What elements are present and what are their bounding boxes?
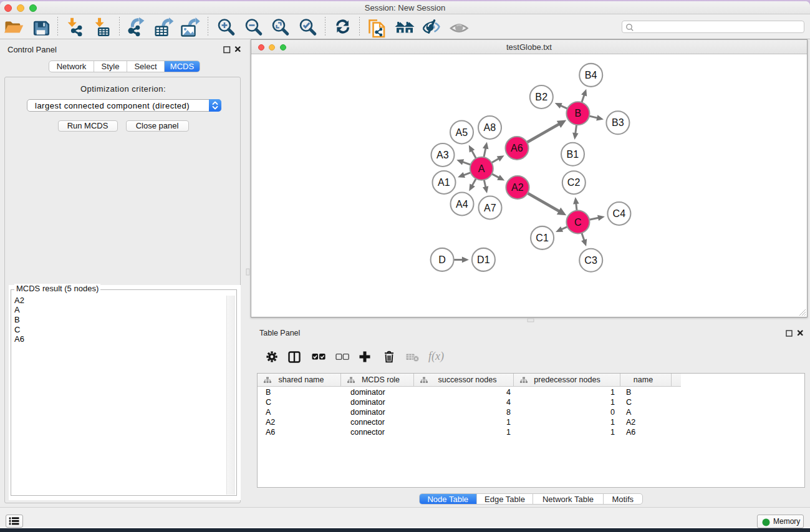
svg-text:A3: A3	[436, 150, 449, 160]
svg-text:D: D	[438, 254, 446, 265]
svg-text:B4: B4	[585, 70, 597, 80]
svg-text:B2: B2	[535, 92, 547, 102]
svg-text:C4: C4	[612, 208, 625, 219]
svg-text:B1: B1	[567, 149, 579, 160]
svg-text:A6: A6	[511, 143, 523, 153]
svg-text:C1: C1	[536, 233, 549, 243]
svg-text:A8: A8	[484, 122, 496, 133]
svg-text:B3: B3	[612, 117, 624, 128]
svg-text:C: C	[574, 217, 582, 228]
svg-text:A4: A4	[456, 199, 468, 210]
svg-text:C2: C2	[567, 177, 581, 188]
svg-text:A: A	[478, 163, 485, 174]
svg-text:C3: C3	[584, 255, 597, 266]
svg-text:A7: A7	[484, 203, 496, 213]
svg-text:A2: A2	[511, 182, 524, 193]
svg-text:A1: A1	[438, 177, 450, 188]
svg-text:B: B	[574, 108, 581, 118]
svg-text:A5: A5	[456, 127, 468, 138]
svg-text:D1: D1	[477, 254, 490, 265]
